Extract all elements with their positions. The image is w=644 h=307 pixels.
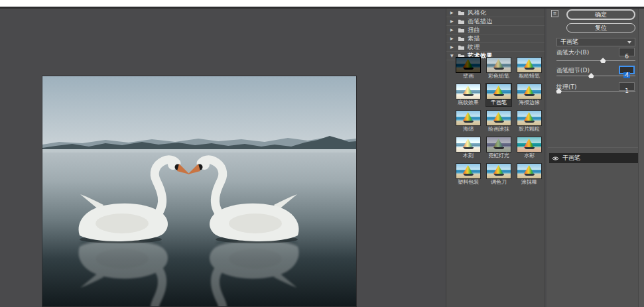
filter-thumbnail-image (487, 164, 511, 178)
eye-icon[interactable] (552, 156, 559, 161)
filter-category[interactable]: ▶ 扭曲 (446, 26, 545, 34)
triangle-right-icon: ▶ (450, 9, 455, 17)
filter-thumbnail-label: 水彩 (517, 153, 542, 158)
brush-size-slider-track[interactable] (556, 60, 635, 61)
filter-thumbnail[interactable]: 胶片颗粒 (517, 110, 542, 133)
triangle-right-icon: ▶ (450, 43, 455, 51)
filter-thumbnail[interactable]: 绘画涂抹 (486, 110, 511, 133)
filter-thumbnail[interactable]: 底纹效果 (456, 84, 481, 106)
filter-thumbnail-grid: 壁画 彩色铅笔 粗糙蜡笔 底纹效果 干画笔 海报边缘 海绵 绘画涂抹 (456, 57, 545, 186)
brush-size-label: 画笔大小(B) (556, 48, 589, 57)
filter-thumbnail[interactable]: 水彩 (517, 137, 542, 159)
filter-thumbnail-label: 壁画 (456, 73, 481, 79)
filter-thumbnail-label: 胶片颗粒 (517, 126, 542, 132)
filter-thumbnail-image (456, 164, 480, 178)
filter-category[interactable]: ▶ 素描 (446, 34, 545, 43)
filter-category-label: 风格化 (468, 9, 487, 17)
filter-thumbnail-image (517, 111, 541, 125)
filter-thumbnail-image (517, 84, 541, 99)
filter-thumbnail[interactable]: 木刻 (456, 137, 481, 159)
preview-workspace (0, 9, 446, 307)
texture-value-input[interactable]: 1 (619, 82, 635, 91)
reset-button[interactable]: 复位 (566, 23, 635, 32)
filter-thumbnail-label: 底纹效果 (456, 99, 481, 105)
folder-icon (458, 19, 465, 25)
filter-dropdown[interactable]: 干画笔 (556, 38, 635, 46)
filter-thumbnail-label: 塑料包装 (456, 179, 481, 185)
panel-scrollbar[interactable] (638, 9, 644, 307)
triangle-right-icon: ▶ (450, 34, 455, 42)
folder-icon (458, 27, 465, 33)
filter-category-label: 画笔描边 (468, 17, 493, 25)
filter-category-label: 纹理 (468, 43, 480, 51)
brush-size-value: 6 (625, 53, 629, 60)
filter-thumbnail-image (487, 58, 511, 72)
window-top-strip (0, 0, 644, 7)
filter-dropdown-value: 干画笔 (560, 38, 578, 46)
swans-artwork (42, 76, 356, 306)
filter-thumbnail-image (456, 137, 480, 152)
filter-thumbnail[interactable]: 壁画 (456, 57, 481, 80)
filter-thumbnail-label: 海报边缘 (517, 99, 542, 105)
filter-category-label: 素描 (468, 34, 480, 42)
filter-category[interactable]: ▶ 画笔描边 (446, 17, 545, 26)
filter-thumbnail-image (517, 58, 541, 72)
filter-thumbnail[interactable]: 涂抹棒 (517, 163, 542, 186)
triangle-right-icon: ▶ (450, 17, 455, 25)
preview-image[interactable] (42, 76, 356, 306)
filter-thumbnail-label: 干画笔 (486, 99, 511, 105)
filter-thumbnail-image (456, 84, 480, 99)
filter-options-panel: ≡ 确定 复位 干画笔 画笔大小(B) 6 画笔细节(D) 4 纹理(T) 1 … (547, 9, 644, 307)
filter-thumbnail-image (456, 58, 480, 72)
brush-detail-label: 画笔细节(D) (556, 66, 590, 75)
filter-thumbnail-image (487, 84, 511, 99)
toggle-filter-list-button[interactable]: ≡ (551, 10, 558, 17)
filter-thumbnail[interactable]: 霓虹灯光 (486, 137, 511, 159)
filter-category[interactable]: ▶ 风格化 (446, 9, 545, 17)
brush-size-slider-thumb[interactable] (600, 58, 606, 63)
filter-category[interactable]: ▶ 纹理 (446, 43, 545, 52)
filter-list-panel: ▶ 风格化 ▶ 画笔描边 ▶ 扭曲 ▶ 素描 ▶ 纹理 ▼ 艺术效果 壁画 彩色… (446, 9, 545, 307)
filter-thumbnail-label: 绘画涂抹 (486, 126, 511, 132)
filter-thumbnail-image (517, 164, 541, 178)
filter-thumbnail-image (487, 137, 511, 152)
folder-icon (458, 36, 465, 42)
brush-detail-value-input[interactable]: 4 (619, 66, 635, 74)
filter-thumbnail-selected[interactable]: 干画笔 (486, 84, 511, 106)
filter-thumbnail[interactable]: 海绵 (456, 110, 481, 133)
filter-thumbnail-label: 木刻 (456, 153, 481, 158)
folder-icon (458, 44, 465, 50)
triangle-right-icon: ▶ (450, 26, 455, 34)
filter-thumbnail-label: 海绵 (456, 126, 481, 132)
filter-category-label: 扭曲 (468, 26, 480, 34)
filter-thumbnail-label: 彩色铅笔 (486, 73, 511, 79)
layer-row[interactable]: 干画笔 (549, 153, 644, 163)
layer-name: 干画笔 (562, 154, 580, 162)
filter-thumbnail[interactable]: 彩色铅笔 (486, 57, 511, 80)
brush-size-value-input[interactable]: 6 (619, 48, 635, 56)
filter-thumbnail-label: 调色刀 (486, 179, 511, 185)
ok-button[interactable]: 确定 (566, 9, 635, 20)
filter-thumbnail[interactable]: 海报边缘 (517, 84, 542, 106)
chevron-down-icon (627, 41, 631, 44)
filter-thumbnail[interactable]: 粗糙蜡笔 (517, 57, 542, 80)
filter-thumbnail[interactable]: 调色刀 (486, 163, 511, 186)
filter-thumbnail[interactable]: 塑料包装 (456, 163, 481, 186)
filter-thumbnail-label: 粗糙蜡笔 (517, 73, 542, 79)
brush-detail-slider-track[interactable] (556, 76, 635, 76)
divider (548, 147, 639, 148)
texture-slider-track[interactable] (556, 91, 635, 92)
filter-thumbnail-image (487, 111, 511, 125)
filter-thumbnail-label: 涂抹棒 (517, 179, 542, 185)
triangle-down-icon: ▼ (450, 52, 455, 60)
filter-thumbnail-label: 霓虹灯光 (486, 153, 511, 158)
filter-thumbnail-image (456, 111, 480, 125)
folder-icon (458, 10, 465, 16)
filter-thumbnail-image (517, 137, 541, 152)
